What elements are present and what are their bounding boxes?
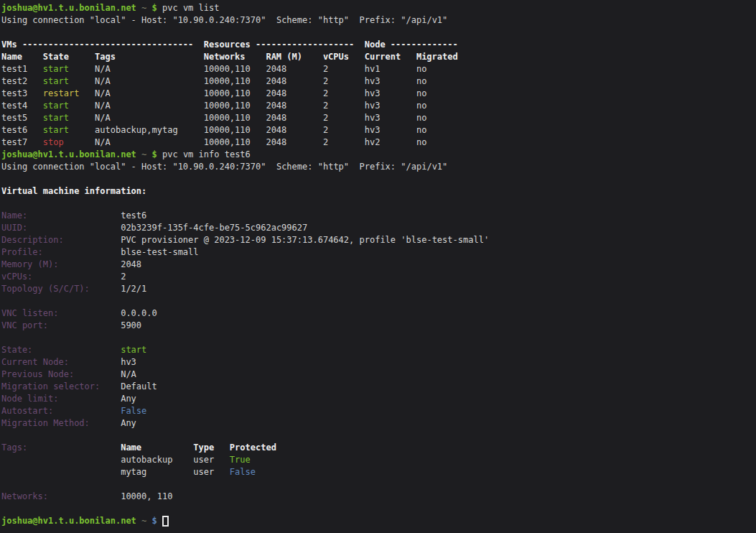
vm-current-node: hv3 [365, 75, 416, 88]
vm-tags: N/A [95, 75, 204, 88]
vm-current-node: hv3 [365, 112, 416, 124]
vm-tags: N/A [95, 112, 204, 124]
vm-row-test3: test3restartN/A10000,11020482hv3no [1, 88, 756, 100]
vm-networks: 10000,110 [204, 100, 266, 112]
vm-migrated: no [416, 124, 426, 136]
vm-state: start [43, 63, 95, 75]
tag-col-name: Name [121, 442, 193, 454]
tag-row-mytag: mytaguserFalse [1, 466, 756, 478]
blank-line [1, 332, 756, 344]
info-value: test6 [121, 210, 146, 222]
tag-name: mytag [121, 466, 193, 478]
info-label: UUID: [1, 222, 121, 234]
vm-tags: N/A [95, 63, 204, 75]
vm-current-node: hv3 [365, 124, 416, 136]
vm-ram: 2048 [266, 88, 322, 100]
vm-vcpus: 2 [323, 63, 365, 75]
connection-info-line: Using connection "local" - Host: "10.90.… [1, 161, 756, 173]
info-label: Topology (S/C/T): [1, 283, 121, 295]
vm-tags: autobackup,mytag [95, 124, 204, 136]
vm-name: test2 [1, 75, 43, 88]
tag-name: autobackup [121, 454, 193, 466]
info-field-uuid: UUID:02b3239f-135f-4cfe-be75-5c962ac9962… [1, 222, 756, 234]
blank-line [1, 173, 756, 185]
info-field-migration-method: Migration Method:Any [1, 417, 756, 430]
info-value: start [121, 344, 146, 356]
tag-row-autobackup: autobackupuserTrue [1, 454, 756, 466]
vm-name: test1 [1, 63, 43, 75]
info-label: Migration Method: [1, 417, 121, 430]
vm-state: start [43, 75, 95, 88]
info-label: Profile: [1, 246, 121, 259]
info-value: False [121, 405, 146, 417]
vm-name: test6 [1, 124, 43, 136]
vm-table-group-header-text: VMs --------------------------------- Re… [1, 39, 458, 51]
vm-current-node: hv3 [365, 88, 416, 100]
vm-row-test6: test6startautobackup,mytag10000,11020482… [1, 124, 756, 136]
info-title: Virtual machine information: [1, 185, 756, 198]
info-value: 2 [121, 271, 126, 283]
col-name: Name [1, 51, 43, 63]
info-label: Memory (M): [1, 259, 121, 271]
info-label: Migration selector: [1, 381, 121, 393]
prompt-cwd: ~ [136, 2, 152, 14]
connection-info: Using connection "local" - Host: "10.90.… [1, 14, 447, 27]
vm-networks: 10000,110 [204, 136, 266, 149]
info-value: N/A [121, 369, 136, 381]
tag-type: user [193, 466, 230, 478]
prompt-line: joshua@hv1.t.u.bonilan.net ~ $ pvc vm in… [1, 149, 756, 161]
vm-migrated: no [416, 75, 426, 88]
vm-migrated: no [416, 100, 426, 112]
tag-type: user [193, 454, 230, 466]
vm-ram: 2048 [266, 124, 322, 136]
vm-ram: 2048 [266, 112, 322, 124]
vm-migrated: no [416, 112, 426, 124]
col-state: State [43, 51, 95, 63]
info-field-current-node: Current Node:hv3 [1, 356, 756, 369]
vm-name: test7 [1, 136, 43, 149]
vm-row-test4: test4startN/A10000,11020482hv3no [1, 100, 756, 112]
info-value: Any [121, 417, 136, 430]
tag-col-protected: Protected [230, 442, 276, 454]
vm-tags: N/A [95, 100, 204, 112]
info-value: 02b3239f-135f-4cfe-be75-5c962ac99627 [121, 222, 307, 234]
prompt-user-host: joshua@hv1.t.u.bonilan.net [1, 515, 136, 527]
vm-vcpus: 2 [323, 136, 365, 149]
terminal[interactable]: joshua@hv1.t.u.bonilan.net ~ $ pvc vm li… [0, 0, 756, 533]
info-field-profile: Profile:blse-test-small [1, 246, 756, 259]
info-label: Current Node: [1, 356, 121, 369]
info-field-name: Name:test6 [1, 210, 756, 222]
info-field-vnc-port: VNC port:5900 [1, 320, 756, 332]
vm-table-header: NameStateTagsNetworksRAM (M)vCPUsCurrent… [1, 51, 756, 63]
vm-networks: 10000,110 [204, 63, 266, 75]
info-label: Networks: [1, 491, 121, 503]
prompt-dollar: $ [152, 149, 157, 161]
col-migrated: Migrated [416, 51, 458, 63]
col-networks: Networks [204, 51, 266, 63]
vm-migrated: no [416, 88, 426, 100]
prompt-user-host: joshua@hv1.t.u.bonilan.net [1, 149, 136, 161]
vm-tags: N/A [95, 88, 204, 100]
info-label: State: [1, 344, 121, 356]
info-field-topology: Topology (S/C/T):1/2/1 [1, 283, 756, 295]
blank-line [1, 295, 756, 307]
info-value: 2048 [121, 259, 141, 271]
info-field-state: State:start [1, 344, 756, 356]
info-value: PVC provisioner @ 2023-12-09 15:37:13.67… [121, 234, 489, 246]
info-field-vnc-listen: VNC listen:0.0.0.0 [1, 307, 756, 320]
vm-state: restart [43, 88, 95, 100]
vm-state: start [43, 112, 95, 124]
vm-state: start [43, 100, 95, 112]
vm-networks: 10000,110 [204, 75, 266, 88]
vm-state: start [43, 124, 95, 136]
vm-current-node: hv1 [365, 63, 416, 75]
info-label: Name: [1, 210, 121, 222]
vm-row-test5: test5startN/A10000,11020482hv3no [1, 112, 756, 124]
vm-vcpus: 2 [323, 100, 365, 112]
vm-name: test5 [1, 112, 43, 124]
info-label: Previous Node: [1, 369, 121, 381]
info-field-description: Description:PVC provisioner @ 2023-12-09… [1, 234, 756, 246]
prompt-dollar: $ [152, 2, 157, 14]
info-field-previous-node: Previous Node:N/A [1, 369, 756, 381]
info-label: vCPUs: [1, 271, 121, 283]
